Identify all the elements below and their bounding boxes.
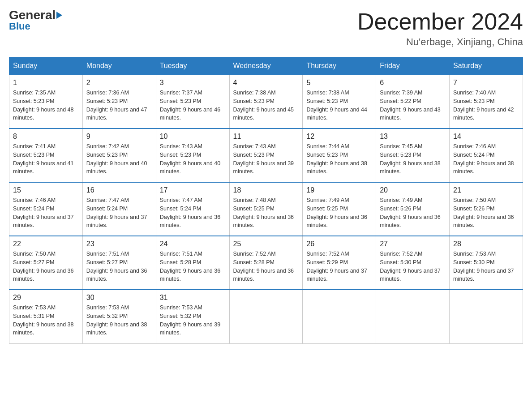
day-number: 10: [160, 133, 226, 141]
day-info: Sunrise: 7:52 AMSunset: 5:30 PMDaylight:…: [380, 250, 446, 283]
day-info: Sunrise: 7:49 AMSunset: 5:25 PMDaylight:…: [306, 196, 372, 230]
col-thursday: Thursday: [303, 57, 376, 75]
day-info: Sunrise: 7:46 AMSunset: 5:24 PMDaylight:…: [453, 142, 519, 176]
day-info: Sunrise: 7:51 AMSunset: 5:28 PMDaylight:…: [160, 250, 226, 283]
day-info: Sunrise: 7:38 AMSunset: 5:23 PMDaylight:…: [233, 89, 299, 122]
table-row: 18 Sunrise: 7:48 AMSunset: 5:25 PMDaylig…: [229, 182, 303, 236]
day-number: 29: [13, 294, 79, 302]
table-row: 1 Sunrise: 7:35 AMSunset: 5:23 PMDayligh…: [9, 75, 83, 128]
day-number: 12: [306, 133, 372, 141]
table-row: 19 Sunrise: 7:49 AMSunset: 5:25 PMDaylig…: [303, 182, 376, 236]
col-friday: Friday: [376, 57, 450, 75]
day-number: 17: [160, 186, 226, 194]
day-number: 18: [233, 186, 299, 194]
day-number: 14: [453, 133, 519, 141]
calendar-week-row: 29 Sunrise: 7:53 AMSunset: 5:31 PMDaylig…: [9, 290, 523, 343]
day-number: 7: [453, 79, 519, 87]
day-number: 15: [13, 186, 79, 194]
day-info: Sunrise: 7:52 AMSunset: 5:28 PMDaylight:…: [233, 250, 299, 283]
day-info: Sunrise: 7:53 AMSunset: 5:30 PMDaylight:…: [453, 250, 519, 283]
table-row: [376, 290, 450, 343]
col-sunday: Sunday: [9, 57, 83, 75]
day-number: 23: [86, 240, 152, 248]
day-number: 3: [160, 79, 226, 87]
calendar-week-row: 15 Sunrise: 7:46 AMSunset: 5:24 PMDaylig…: [9, 182, 523, 236]
day-info: Sunrise: 7:53 AMSunset: 5:32 PMDaylight:…: [160, 304, 226, 337]
table-row: 16 Sunrise: 7:47 AMSunset: 5:24 PMDaylig…: [82, 182, 156, 236]
day-number: 19: [306, 186, 372, 194]
day-number: 13: [380, 133, 446, 141]
day-number: 6: [380, 79, 446, 87]
calendar-header-row: Sunday Monday Tuesday Wednesday Thursday…: [9, 57, 523, 75]
day-number: 31: [160, 294, 226, 302]
calendar-week-row: 8 Sunrise: 7:41 AMSunset: 5:23 PMDayligh…: [9, 128, 523, 182]
table-row: 21 Sunrise: 7:50 AMSunset: 5:26 PMDaylig…: [450, 182, 523, 236]
day-number: 16: [86, 186, 152, 194]
table-row: 27 Sunrise: 7:52 AMSunset: 5:30 PMDaylig…: [376, 236, 450, 290]
table-row: 22 Sunrise: 7:50 AMSunset: 5:27 PMDaylig…: [9, 236, 83, 290]
day-number: 11: [233, 133, 299, 141]
col-wednesday: Wednesday: [229, 57, 303, 75]
day-info: Sunrise: 7:42 AMSunset: 5:23 PMDaylight:…: [86, 142, 152, 176]
day-number: 25: [233, 240, 299, 248]
table-row: 23 Sunrise: 7:51 AMSunset: 5:27 PMDaylig…: [82, 236, 156, 290]
page-header: General Blue December 2024 Nu'erbage, Xi…: [9, 9, 523, 48]
col-saturday: Saturday: [450, 57, 523, 75]
day-number: 2: [86, 79, 152, 87]
day-info: Sunrise: 7:45 AMSunset: 5:23 PMDaylight:…: [380, 142, 446, 176]
day-info: Sunrise: 7:38 AMSunset: 5:23 PMDaylight:…: [306, 89, 372, 122]
calendar-week-row: 22 Sunrise: 7:50 AMSunset: 5:27 PMDaylig…: [9, 236, 523, 290]
day-info: Sunrise: 7:35 AMSunset: 5:23 PMDaylight:…: [13, 89, 79, 122]
day-info: Sunrise: 7:47 AMSunset: 5:24 PMDaylight:…: [86, 196, 152, 230]
day-number: 21: [453, 186, 519, 194]
day-info: Sunrise: 7:52 AMSunset: 5:29 PMDaylight:…: [306, 250, 372, 283]
day-number: 1: [13, 79, 79, 87]
col-monday: Monday: [82, 57, 156, 75]
table-row: 12 Sunrise: 7:44 AMSunset: 5:23 PMDaylig…: [303, 128, 376, 182]
month-title: December 2024: [357, 9, 523, 34]
day-info: Sunrise: 7:48 AMSunset: 5:25 PMDaylight:…: [233, 196, 299, 230]
day-info: Sunrise: 7:40 AMSunset: 5:23 PMDaylight:…: [453, 89, 519, 122]
col-tuesday: Tuesday: [156, 57, 229, 75]
day-number: 22: [13, 240, 79, 248]
table-row: 25 Sunrise: 7:52 AMSunset: 5:28 PMDaylig…: [229, 236, 303, 290]
logo-blue: Blue: [9, 21, 30, 32]
day-info: Sunrise: 7:44 AMSunset: 5:23 PMDaylight:…: [306, 142, 372, 176]
day-number: 5: [306, 79, 372, 87]
table-row: 31 Sunrise: 7:53 AMSunset: 5:32 PMDaylig…: [156, 290, 229, 343]
day-info: Sunrise: 7:50 AMSunset: 5:27 PMDaylight:…: [13, 250, 79, 283]
table-row: 26 Sunrise: 7:52 AMSunset: 5:29 PMDaylig…: [303, 236, 376, 290]
day-info: Sunrise: 7:43 AMSunset: 5:23 PMDaylight:…: [160, 142, 226, 176]
day-number: 27: [380, 240, 446, 248]
day-info: Sunrise: 7:41 AMSunset: 5:23 PMDaylight:…: [13, 142, 79, 176]
day-info: Sunrise: 7:46 AMSunset: 5:24 PMDaylight:…: [13, 196, 79, 230]
day-number: 8: [13, 133, 79, 141]
day-info: Sunrise: 7:53 AMSunset: 5:32 PMDaylight:…: [86, 304, 152, 337]
table-row: [229, 290, 303, 343]
day-number: 26: [306, 240, 372, 248]
table-row: 15 Sunrise: 7:46 AMSunset: 5:24 PMDaylig…: [9, 182, 83, 236]
day-info: Sunrise: 7:53 AMSunset: 5:31 PMDaylight:…: [13, 304, 79, 337]
day-info: Sunrise: 7:37 AMSunset: 5:23 PMDaylight:…: [160, 89, 226, 122]
calendar-table: Sunday Monday Tuesday Wednesday Thursday…: [9, 57, 523, 344]
day-info: Sunrise: 7:36 AMSunset: 5:23 PMDaylight:…: [86, 89, 152, 122]
day-number: 24: [160, 240, 226, 248]
logo-general: General: [9, 9, 62, 21]
day-number: 4: [233, 79, 299, 87]
table-row: 29 Sunrise: 7:53 AMSunset: 5:31 PMDaylig…: [9, 290, 83, 343]
table-row: 3 Sunrise: 7:37 AMSunset: 5:23 PMDayligh…: [156, 75, 229, 128]
table-row: 13 Sunrise: 7:45 AMSunset: 5:23 PMDaylig…: [376, 128, 450, 182]
day-number: 28: [453, 240, 519, 248]
table-row: 7 Sunrise: 7:40 AMSunset: 5:23 PMDayligh…: [450, 75, 523, 128]
table-row: 11 Sunrise: 7:43 AMSunset: 5:23 PMDaylig…: [229, 128, 303, 182]
day-number: 30: [86, 294, 152, 302]
day-info: Sunrise: 7:39 AMSunset: 5:22 PMDaylight:…: [380, 89, 446, 122]
table-row: 8 Sunrise: 7:41 AMSunset: 5:23 PMDayligh…: [9, 128, 83, 182]
table-row: 17 Sunrise: 7:47 AMSunset: 5:24 PMDaylig…: [156, 182, 229, 236]
table-row: 24 Sunrise: 7:51 AMSunset: 5:28 PMDaylig…: [156, 236, 229, 290]
calendar-week-row: 1 Sunrise: 7:35 AMSunset: 5:23 PMDayligh…: [9, 75, 523, 128]
table-row: 5 Sunrise: 7:38 AMSunset: 5:23 PMDayligh…: [303, 75, 376, 128]
table-row: 14 Sunrise: 7:46 AMSunset: 5:24 PMDaylig…: [450, 128, 523, 182]
table-row: 9 Sunrise: 7:42 AMSunset: 5:23 PMDayligh…: [82, 128, 156, 182]
day-info: Sunrise: 7:49 AMSunset: 5:26 PMDaylight:…: [380, 196, 446, 230]
